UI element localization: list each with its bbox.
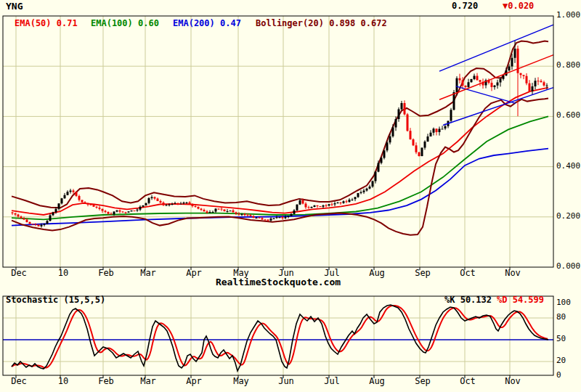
- x-tick-label: Aug: [364, 269, 390, 278]
- x-tick-label: Mar: [135, 377, 161, 386]
- x-tick-label: Mar: [135, 269, 161, 278]
- y-tick-label: 0.600: [556, 111, 580, 120]
- x-tick-label: 10: [50, 377, 76, 386]
- x-tick-label: Jul: [319, 269, 345, 278]
- ema-50--line: [12, 88, 548, 215]
- x-tick-label: Feb: [93, 377, 119, 386]
- x-tick-label: 10: [50, 269, 76, 278]
- x-tick-label: Jun: [273, 377, 299, 386]
- stochastic-d-line: [12, 306, 548, 368]
- ema-200--line: [12, 149, 548, 226]
- y-tick-label: 80: [556, 313, 566, 322]
- stochastic-title: Stochastic (15,5,5): [6, 295, 105, 305]
- x-tick-label: Feb: [93, 269, 119, 278]
- x-tick-label: Nov: [500, 377, 526, 386]
- stochastic-k-value: %K 50.132: [444, 295, 492, 305]
- y-tick-label: 100: [556, 298, 571, 307]
- ticker-symbol: YNG: [6, 1, 23, 12]
- x-tick-label: Apr: [181, 377, 207, 386]
- x-tick-label: Jun: [273, 269, 299, 278]
- main-chart-frame: [3, 16, 553, 267]
- watermark-sitename: RealtimeStockquote.com: [3, 277, 553, 287]
- stochastic-frame: [3, 296, 553, 375]
- trendline: [439, 25, 553, 71]
- x-tick-label: May: [228, 377, 254, 386]
- x-tick-label: Apr: [181, 269, 207, 278]
- y-tick-label: 0.400: [556, 162, 580, 171]
- y-tick-label: 0: [556, 371, 561, 380]
- y-tick-label: 0.800: [556, 61, 580, 70]
- candle-bodies-down: [12, 49, 544, 226]
- legend-ema100: EMA(100) 0.60: [91, 19, 159, 28]
- stock-chart-screen: YNG 0.720 ▼0.020 EMA(50) 0.71 EMA(100) 0…: [0, 0, 581, 392]
- y-tick-label: 0.200: [556, 212, 580, 221]
- x-tick-label: Oct: [455, 377, 481, 386]
- x-tick-label: Sep: [410, 377, 436, 386]
- stochastic-k-line: [12, 305, 548, 371]
- y-tick-label: 0.000: [556, 262, 580, 271]
- x-tick-label: Oct: [455, 269, 481, 278]
- last-price: 0.720: [452, 1, 478, 11]
- stochastic-d-value: %D 54.599: [497, 295, 544, 305]
- x-tick-label: Nov: [500, 269, 526, 278]
- x-tick-label: Sep: [410, 269, 436, 278]
- chart-canvas: [0, 0, 581, 392]
- legend-bollinger: Bollinger(20) 0.898 0.672: [256, 19, 387, 28]
- x-tick-label: Jul: [319, 377, 345, 386]
- y-tick-label: 20: [556, 356, 566, 365]
- x-tick-label: May: [228, 269, 254, 278]
- price-change: ▼0.020: [503, 1, 534, 11]
- y-tick-label: 50: [556, 335, 566, 343]
- legend-ema200: EMA(200) 0.47: [173, 19, 241, 28]
- x-tick-label: Dec: [6, 377, 32, 386]
- legend-ema50: EMA(50) 0.71: [15, 19, 78, 28]
- y-tick-label: 1.000: [556, 11, 580, 20]
- x-tick-label: Dec: [6, 269, 32, 278]
- x-tick-label: Aug: [364, 377, 390, 386]
